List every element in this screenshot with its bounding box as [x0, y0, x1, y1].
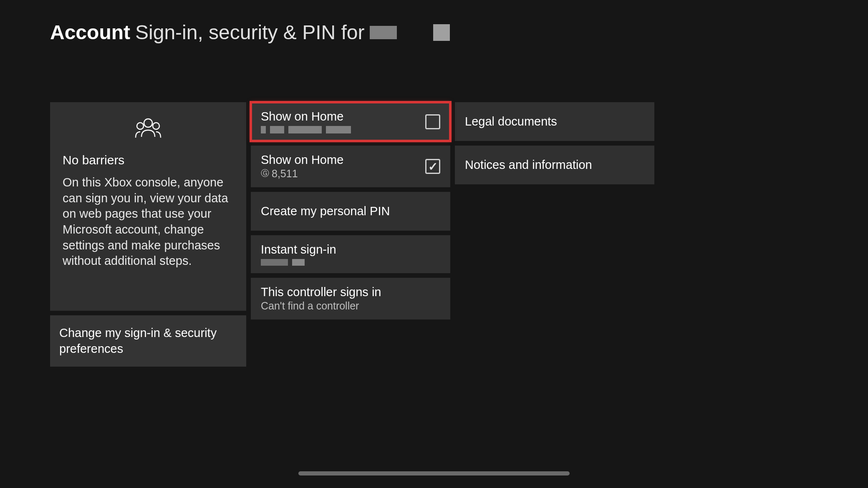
redacted-username-1 [370, 26, 397, 39]
controller-signin-button[interactable]: This controller signs in Can't find a co… [251, 278, 450, 319]
info-card-body: On this Xbox console, anyone can sign yo… [63, 175, 234, 269]
svg-point-2 [153, 123, 159, 129]
redacted-signin-user [261, 259, 336, 266]
content-area: No barriers On this Xbox console, anyone… [0, 44, 868, 367]
change-signin-preferences-button[interactable]: Change my sign-in & security preferences [50, 315, 246, 367]
gamerscore-icon: Ⓖ [261, 168, 269, 179]
header-account-label: Account [50, 21, 130, 44]
info-card-title: No barriers [63, 153, 234, 167]
home-indicator [298, 471, 570, 475]
instant-signin-button[interactable]: Instant sign-in [251, 235, 450, 273]
page-header: Account Sign-in, security & PIN for [0, 0, 868, 44]
option-title: Instant sign-in [261, 243, 336, 257]
create-pin-button[interactable]: Create my personal PIN [251, 192, 450, 231]
header-subtitle: Sign-in, security & PIN for [135, 21, 365, 44]
svg-point-0 [144, 119, 152, 127]
column-middle: Show on Home Show on Home Ⓖ 8,511 [251, 102, 450, 367]
people-icon [63, 117, 234, 138]
legal-documents-button[interactable]: Legal documents [455, 102, 654, 141]
checkbox-unchecked-icon [425, 114, 440, 129]
checkbox-checked-icon [425, 159, 440, 174]
option-title: This controller signs in [261, 285, 381, 299]
show-on-home-gamerscore-toggle[interactable]: Show on Home Ⓖ 8,511 [251, 146, 450, 187]
column-left: No barriers On this Xbox console, anyone… [50, 102, 246, 367]
svg-point-1 [137, 123, 144, 129]
gamerscore-value: 8,511 [272, 168, 298, 180]
option-title: Show on Home [261, 153, 343, 167]
notices-information-label: Notices and information [465, 158, 592, 171]
info-card: No barriers On this Xbox console, anyone… [50, 102, 246, 311]
redacted-email [261, 126, 351, 133]
option-title: Create my personal PIN [261, 204, 390, 218]
legal-documents-label: Legal documents [465, 115, 557, 128]
change-signin-preferences-label: Change my sign-in & security preferences [59, 325, 237, 357]
notices-information-button[interactable]: Notices and information [455, 146, 654, 184]
show-on-home-email-toggle[interactable]: Show on Home [251, 102, 450, 141]
gamerscore-value-row: Ⓖ 8,511 [261, 167, 343, 180]
column-right: Legal documents Notices and information [455, 102, 654, 367]
controller-status: Can't find a controller [261, 300, 381, 312]
redacted-avatar [433, 24, 450, 41]
option-title: Show on Home [261, 110, 351, 123]
